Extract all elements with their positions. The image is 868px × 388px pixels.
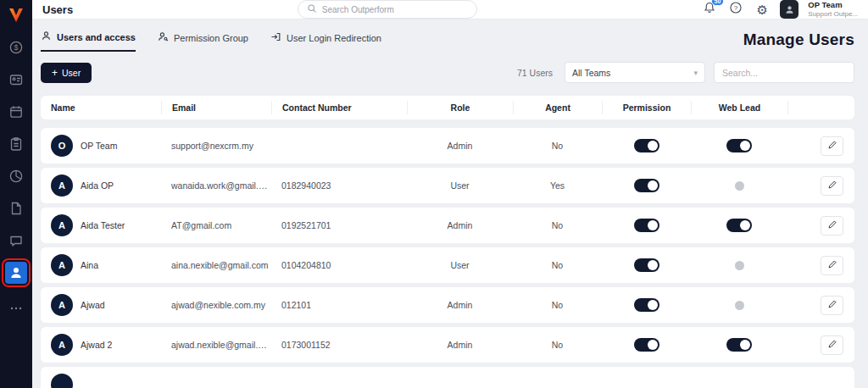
permission-toggle[interactable] [634, 338, 659, 352]
user-name: Aida OP [81, 180, 114, 191]
web-lead-toggle[interactable] [735, 261, 744, 270]
edit-user-button[interactable] [821, 256, 843, 275]
avatar [51, 374, 73, 388]
user-name: Ajwad 2 [81, 340, 112, 350]
notifications-button[interactable]: 50 [701, 1, 718, 18]
calendar-icon [8, 104, 24, 119]
actions-cell [787, 176, 854, 196]
person-icon [41, 30, 52, 43]
tab-permission-group[interactable]: Permission Group [158, 30, 248, 52]
name-cell: A Ajwad 2 [41, 334, 161, 356]
email-cell: AT@gmail.com [161, 220, 271, 230]
email-cell: aina.nexible@gmail.com [161, 260, 271, 270]
edit-user-button[interactable] [821, 335, 843, 355]
sidebar-item-documents[interactable] [5, 197, 27, 219]
tab-users-and-access[interactable]: Users and access [41, 30, 136, 52]
column-header-permission: Permission [602, 101, 691, 114]
web-lead-toggle[interactable] [726, 338, 752, 352]
sidebar-item-tasks[interactable] [5, 133, 27, 155]
main-area: Users 50 [32, 0, 868, 388]
person-icon [784, 4, 795, 15]
tab-user-login-redirection[interactable]: User Login Redirection [270, 30, 381, 52]
name-cell: A Ajwad [41, 294, 161, 316]
pencil-icon [827, 259, 837, 272]
permission-toggle[interactable] [634, 258, 659, 272]
controls-right: 71 Users All Teams ▾ [517, 62, 854, 83]
agent-cell: No [513, 260, 602, 270]
pencil-icon [827, 219, 837, 232]
tabs-row: Users and access Permission Group [41, 30, 854, 52]
global-search-input[interactable] [322, 5, 468, 14]
pencil-icon [827, 140, 837, 152]
sidebar-item-billing[interactable]: $ [5, 36, 27, 58]
permission-toggle[interactable] [634, 298, 659, 312]
global-search[interactable] [298, 0, 477, 19]
settings-button[interactable]: ⚙ [754, 1, 771, 18]
topbar-actions: 50 ? ⚙ OP Team Support Outpe... [701, 0, 858, 19]
contact-cell: 0173001152 [271, 340, 407, 350]
actions-cell [787, 296, 854, 315]
team-filter-select[interactable]: All Teams ▾ [565, 62, 705, 83]
web-lead-toggle[interactable] [726, 219, 752, 232]
agent-cell: Yes [513, 180, 602, 191]
sidebar-item-more[interactable] [5, 297, 27, 319]
web-lead-cell [691, 261, 787, 270]
edit-user-button[interactable] [821, 296, 843, 315]
table-header: Name Email Contact Number Role Agent Per… [41, 96, 854, 119]
table-body: O OP Team support@nexcrm.my Admin No [41, 128, 854, 388]
avatar: A [51, 214, 73, 236]
sidebar-item-users[interactable] [5, 262, 27, 284]
sidebar-item-chat[interactable] [5, 230, 27, 252]
notification-badge: 50 [711, 0, 725, 6]
role-cell: Admin [407, 220, 513, 230]
agent-cell: No [513, 340, 602, 350]
search-icon [307, 2, 317, 17]
sidebar-item-calendar[interactable] [5, 101, 27, 123]
user-avatar[interactable] [780, 0, 798, 19]
avatar: A [51, 254, 73, 276]
web-lead-toggle[interactable] [735, 301, 744, 310]
sidebar-item-reports[interactable] [5, 165, 27, 187]
permission-toggle[interactable] [634, 139, 659, 152]
plus-icon: + [52, 68, 58, 78]
column-header-email: Email [161, 101, 271, 114]
users-icon [8, 265, 24, 280]
role-cell: User [407, 260, 513, 270]
more-icon [9, 306, 23, 311]
help-icon: ? [729, 1, 743, 18]
permission-cell [602, 258, 691, 272]
pencil-icon [827, 339, 837, 352]
permission-cell [602, 139, 691, 152]
web-lead-toggle[interactable] [735, 181, 744, 191]
name-cell: A Aida Tester [41, 214, 161, 236]
edit-user-button[interactable] [821, 136, 843, 156]
column-header-name: Name [41, 101, 161, 114]
agent-cell: No [513, 220, 602, 230]
sidebar-item-contacts[interactable] [5, 69, 27, 91]
tab-label: User Login Redirection [287, 33, 381, 43]
actions-cell [787, 136, 854, 156]
user-count: 71 Users [517, 68, 553, 78]
sidebar-nav: $ [5, 36, 27, 319]
permission-toggle[interactable] [634, 219, 659, 232]
contact-cell: 0182940023 [271, 180, 407, 191]
team-filter-value: All Teams [572, 68, 610, 78]
edit-user-button[interactable] [821, 216, 843, 236]
agent-cell: No [513, 300, 602, 310]
add-user-button[interactable]: + User [41, 63, 92, 83]
help-button[interactable]: ? [727, 1, 744, 18]
tasks-icon [8, 136, 24, 152]
web-lead-toggle[interactable] [726, 139, 752, 152]
table-row-partial [41, 367, 854, 388]
email-cell: ajwad.nexible@gmail.co... [161, 340, 271, 350]
avatar: A [51, 294, 73, 316]
permission-toggle[interactable] [634, 179, 659, 192]
table-row: A Aida OP wanaida.work@gmail.co... 01829… [41, 168, 854, 203]
edit-user-button[interactable] [821, 176, 843, 196]
user-name: OP Team [808, 1, 858, 10]
pencil-icon [827, 180, 837, 192]
permission-cell [602, 298, 691, 312]
user-meta[interactable]: OP Team Support Outpe... [808, 1, 858, 18]
tab-label: Permission Group [174, 33, 248, 43]
table-search-input[interactable] [714, 62, 854, 83]
